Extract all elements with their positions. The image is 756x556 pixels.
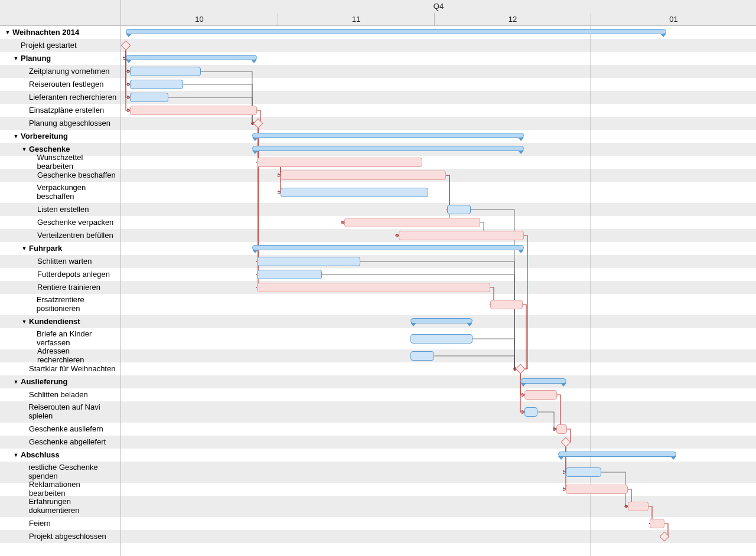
- task-row[interactable]: Startklar für Weihnachten: [0, 362, 120, 375]
- summary-bar[interactable]: [410, 318, 472, 323]
- task-row[interactable]: Listen erstellen: [0, 203, 120, 216]
- task-header-empty: [0, 0, 120, 26]
- task-row[interactable]: Wunschzettel bearbeiten: [0, 156, 120, 169]
- task-label: Weihnachten 2014: [12, 28, 79, 37]
- disclosure-triangle-icon[interactable]: ▼: [13, 133, 19, 139]
- chart-row-bg: [121, 203, 756, 216]
- summary-bar[interactable]: [558, 452, 676, 457]
- summary-bar[interactable]: [126, 55, 257, 60]
- task-bar[interactable]: [524, 390, 557, 400]
- task-bar[interactable]: [650, 519, 664, 528]
- task-label: Geschenke verpacken: [37, 218, 113, 227]
- chart-row-bg: [121, 401, 756, 423]
- task-row[interactable]: Adressen recherchieren: [0, 349, 120, 362]
- task-bar[interactable]: [281, 171, 446, 180]
- task-row[interactable]: Geschenke beschaffen: [0, 169, 120, 182]
- task-bar[interactable]: [399, 231, 524, 240]
- disclosure-triangle-icon[interactable]: ▼: [21, 319, 27, 325]
- task-label: Reklamationen bearbeiten: [29, 480, 118, 498]
- chart-row-bg: [121, 182, 756, 203]
- task-row[interactable]: Reiserouten festlegen: [0, 78, 120, 91]
- task-row[interactable]: Zeitplanung vornehmen: [0, 65, 120, 78]
- chart-body[interactable]: [121, 26, 756, 556]
- chart-row-bg: [121, 362, 756, 375]
- disclosure-triangle-icon[interactable]: ▼: [13, 379, 19, 385]
- task-label: Planung: [21, 54, 51, 63]
- task-row[interactable]: ▼Kundendienst: [0, 315, 120, 328]
- task-row[interactable]: ▼Fuhrpark: [0, 242, 120, 255]
- summary-bar[interactable]: [126, 29, 666, 34]
- task-row[interactable]: Einsatzpläne erstellen: [0, 104, 120, 117]
- chart-row-bg: [121, 39, 756, 52]
- task-bar[interactable]: [410, 351, 434, 361]
- month-header: 10: [121, 13, 278, 26]
- task-row[interactable]: ▼Auslieferung: [0, 375, 120, 388]
- task-label: Kundendienst: [29, 318, 80, 326]
- task-bar[interactable]: [130, 106, 257, 115]
- chart-row-bg: [121, 436, 756, 449]
- disclosure-triangle-icon[interactable]: ▼: [21, 146, 27, 152]
- task-row[interactable]: Geschenke verpacken: [0, 216, 120, 229]
- task-bar[interactable]: [628, 502, 649, 511]
- task-row[interactable]: Reiserouten auf Navi spielen: [0, 401, 120, 423]
- chart-row-bg: [121, 91, 756, 104]
- task-bar[interactable]: [257, 257, 360, 266]
- task-row[interactable]: Planung abgeschlossen: [0, 117, 120, 130]
- task-row[interactable]: Rentiere trainieren: [0, 281, 120, 294]
- task-row[interactable]: ▼Vorbereitung: [0, 130, 120, 143]
- chart-row-bg: [121, 388, 756, 401]
- summary-bar[interactable]: [252, 133, 524, 138]
- task-row[interactable]: ▼Abschluss: [0, 449, 120, 462]
- task-label: Geschenke ausliefern: [29, 425, 103, 434]
- task-label: Schlitten warten: [37, 257, 92, 266]
- task-row[interactable]: Lieferanten recherchieren: [0, 91, 120, 104]
- task-bar[interactable]: [257, 283, 490, 292]
- disclosure-triangle-icon[interactable]: ▼: [13, 55, 19, 61]
- task-label: Geschenke beschaffen: [37, 171, 116, 180]
- task-bar[interactable]: [257, 270, 322, 279]
- chart-row-bg: [121, 78, 756, 91]
- task-row[interactable]: ▼Planung: [0, 52, 120, 65]
- summary-bar[interactable]: [252, 146, 524, 151]
- task-row[interactable]: Schlitten beladen: [0, 388, 120, 401]
- task-bar[interactable]: [344, 218, 480, 227]
- task-label: Wunschzettel bearbeiten: [37, 153, 118, 171]
- task-bar[interactable]: [130, 67, 201, 76]
- summary-bar[interactable]: [252, 245, 524, 250]
- task-row[interactable]: Projekt abgeschlossen: [0, 530, 120, 543]
- disclosure-triangle-icon[interactable]: ▼: [13, 452, 19, 458]
- header-quarter: Q4: [121, 0, 756, 13]
- task-bar[interactable]: [281, 188, 428, 197]
- task-bar[interactable]: [490, 300, 523, 309]
- task-row[interactable]: Verteilzentren befüllen: [0, 229, 120, 242]
- task-label: Verteilzentren befüllen: [37, 231, 113, 240]
- task-row[interactable]: Schlitten warten: [0, 255, 120, 268]
- task-bar[interactable]: [566, 485, 628, 494]
- disclosure-triangle-icon[interactable]: ▼: [5, 30, 11, 35]
- task-row[interactable]: Reklamationen bearbeiten: [0, 483, 120, 496]
- task-bar[interactable]: [556, 424, 567, 434]
- task-row[interactable]: Geschenke ausliefern: [0, 423, 120, 436]
- task-row[interactable]: Projekt gestartet: [0, 39, 120, 52]
- task-row[interactable]: Geschenke abgeliefert: [0, 436, 120, 449]
- task-bar[interactable]: [410, 334, 472, 344]
- task-row[interactable]: Futterdepots anlegen: [0, 268, 120, 281]
- task-bar[interactable]: [130, 80, 183, 89]
- month-header: 12: [434, 13, 591, 26]
- disclosure-triangle-icon[interactable]: ▼: [21, 246, 27, 251]
- chart-row-bg: [121, 496, 756, 517]
- chart-row-bg: [121, 268, 756, 281]
- task-row[interactable]: Verpackungen beschaffen: [0, 182, 120, 203]
- task-row[interactable]: ▼Weihnachten 2014: [0, 26, 120, 39]
- task-label: Reiserouten auf Navi spielen: [28, 403, 118, 421]
- task-row[interactable]: Erfahrungen dokumentieren: [0, 496, 120, 517]
- summary-bar[interactable]: [520, 378, 566, 384]
- timeline-header: Q4 10111201: [121, 0, 756, 26]
- task-bar[interactable]: [130, 93, 168, 102]
- task-bar[interactable]: [447, 205, 471, 214]
- task-bar[interactable]: [566, 467, 601, 477]
- task-bar[interactable]: [524, 407, 537, 417]
- task-row[interactable]: Feiern: [0, 517, 120, 530]
- task-bar[interactable]: [257, 158, 422, 167]
- task-row[interactable]: Ersatzrentiere positionieren: [0, 294, 120, 315]
